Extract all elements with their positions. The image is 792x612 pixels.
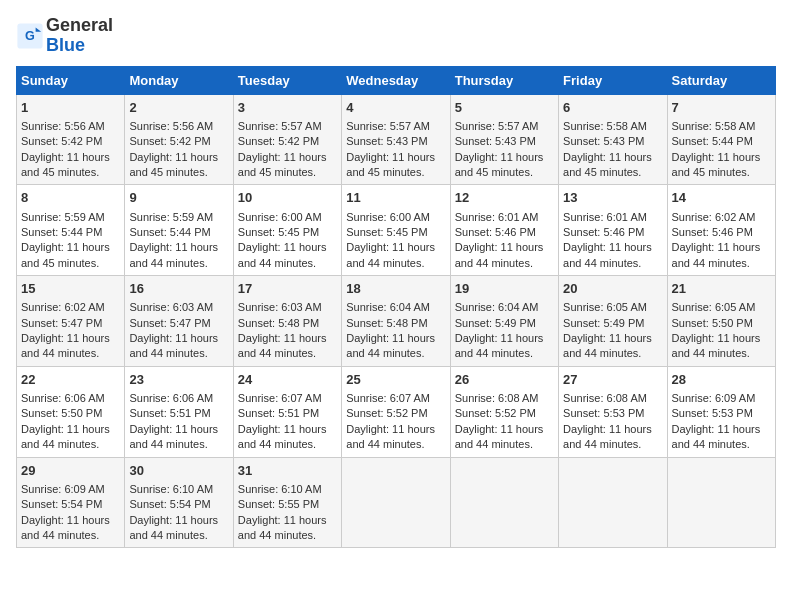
calendar-week-3: 15Sunrise: 6:02 AMSunset: 5:47 PMDayligh… <box>17 276 776 367</box>
daylight-text: Daylight: 11 hours and 45 minutes. <box>346 151 435 178</box>
sunset-text: Sunset: 5:42 PM <box>129 135 210 147</box>
day-number: 31 <box>238 462 337 480</box>
daylight-text: Daylight: 11 hours and 44 minutes. <box>21 332 110 359</box>
day-number: 23 <box>129 371 228 389</box>
daylight-text: Daylight: 11 hours and 44 minutes. <box>129 514 218 541</box>
daylight-text: Daylight: 11 hours and 45 minutes. <box>455 151 544 178</box>
sunrise-text: Sunrise: 5:58 AM <box>672 120 756 132</box>
sunset-text: Sunset: 5:48 PM <box>238 317 319 329</box>
daylight-text: Daylight: 11 hours and 45 minutes. <box>672 151 761 178</box>
calendar-week-1: 1Sunrise: 5:56 AMSunset: 5:42 PMDaylight… <box>17 94 776 185</box>
weekday-header-thursday: Thursday <box>450 66 558 94</box>
sunrise-text: Sunrise: 6:02 AM <box>672 211 756 223</box>
day-number: 20 <box>563 280 662 298</box>
daylight-text: Daylight: 11 hours and 44 minutes. <box>129 241 218 268</box>
calendar-cell: 17Sunrise: 6:03 AMSunset: 5:48 PMDayligh… <box>233 276 341 367</box>
sunset-text: Sunset: 5:51 PM <box>238 407 319 419</box>
sunrise-text: Sunrise: 6:00 AM <box>238 211 322 223</box>
calendar-cell: 16Sunrise: 6:03 AMSunset: 5:47 PMDayligh… <box>125 276 233 367</box>
calendar-cell: 31Sunrise: 6:10 AMSunset: 5:55 PMDayligh… <box>233 457 341 548</box>
daylight-text: Daylight: 11 hours and 44 minutes. <box>238 423 327 450</box>
day-number: 11 <box>346 189 445 207</box>
day-number: 2 <box>129 99 228 117</box>
calendar-cell: 25Sunrise: 6:07 AMSunset: 5:52 PMDayligh… <box>342 366 450 457</box>
sunrise-text: Sunrise: 5:58 AM <box>563 120 647 132</box>
sunrise-text: Sunrise: 6:06 AM <box>129 392 213 404</box>
sunset-text: Sunset: 5:47 PM <box>129 317 210 329</box>
sunrise-text: Sunrise: 5:57 AM <box>238 120 322 132</box>
sunset-text: Sunset: 5:46 PM <box>563 226 644 238</box>
day-number: 24 <box>238 371 337 389</box>
weekday-header-wednesday: Wednesday <box>342 66 450 94</box>
calendar-cell: 4Sunrise: 5:57 AMSunset: 5:43 PMDaylight… <box>342 94 450 185</box>
daylight-text: Daylight: 11 hours and 44 minutes. <box>455 241 544 268</box>
daylight-text: Daylight: 11 hours and 44 minutes. <box>129 332 218 359</box>
calendar-cell: 10Sunrise: 6:00 AMSunset: 5:45 PMDayligh… <box>233 185 341 276</box>
sunrise-text: Sunrise: 6:07 AM <box>346 392 430 404</box>
daylight-text: Daylight: 11 hours and 45 minutes. <box>129 151 218 178</box>
weekday-header-sunday: Sunday <box>17 66 125 94</box>
sunrise-text: Sunrise: 5:57 AM <box>346 120 430 132</box>
calendar-cell <box>667 457 775 548</box>
sunrise-text: Sunrise: 6:06 AM <box>21 392 105 404</box>
calendar-cell: 6Sunrise: 5:58 AMSunset: 5:43 PMDaylight… <box>559 94 667 185</box>
sunset-text: Sunset: 5:45 PM <box>238 226 319 238</box>
daylight-text: Daylight: 11 hours and 44 minutes. <box>455 332 544 359</box>
daylight-text: Daylight: 11 hours and 44 minutes. <box>563 423 652 450</box>
sunrise-text: Sunrise: 6:03 AM <box>129 301 213 313</box>
sunset-text: Sunset: 5:42 PM <box>21 135 102 147</box>
daylight-text: Daylight: 11 hours and 44 minutes. <box>129 423 218 450</box>
sunrise-text: Sunrise: 6:01 AM <box>563 211 647 223</box>
daylight-text: Daylight: 11 hours and 44 minutes. <box>238 514 327 541</box>
day-number: 15 <box>21 280 120 298</box>
day-number: 25 <box>346 371 445 389</box>
svg-text:G: G <box>25 29 35 43</box>
calendar-cell: 18Sunrise: 6:04 AMSunset: 5:48 PMDayligh… <box>342 276 450 367</box>
day-number: 4 <box>346 99 445 117</box>
calendar-cell: 15Sunrise: 6:02 AMSunset: 5:47 PMDayligh… <box>17 276 125 367</box>
weekday-header-saturday: Saturday <box>667 66 775 94</box>
day-number: 6 <box>563 99 662 117</box>
sunset-text: Sunset: 5:55 PM <box>238 498 319 510</box>
day-number: 26 <box>455 371 554 389</box>
logo: G General Blue <box>16 16 113 56</box>
daylight-text: Daylight: 11 hours and 44 minutes. <box>672 241 761 268</box>
calendar-cell: 26Sunrise: 6:08 AMSunset: 5:52 PMDayligh… <box>450 366 558 457</box>
day-number: 28 <box>672 371 771 389</box>
sunrise-text: Sunrise: 6:01 AM <box>455 211 539 223</box>
weekday-header-friday: Friday <box>559 66 667 94</box>
day-number: 9 <box>129 189 228 207</box>
daylight-text: Daylight: 11 hours and 45 minutes. <box>563 151 652 178</box>
sunset-text: Sunset: 5:53 PM <box>563 407 644 419</box>
sunrise-text: Sunrise: 6:09 AM <box>672 392 756 404</box>
sunrise-text: Sunrise: 6:02 AM <box>21 301 105 313</box>
calendar-cell: 24Sunrise: 6:07 AMSunset: 5:51 PMDayligh… <box>233 366 341 457</box>
daylight-text: Daylight: 11 hours and 44 minutes. <box>672 423 761 450</box>
daylight-text: Daylight: 11 hours and 44 minutes. <box>21 514 110 541</box>
calendar-cell: 20Sunrise: 6:05 AMSunset: 5:49 PMDayligh… <box>559 276 667 367</box>
weekday-header-row: SundayMondayTuesdayWednesdayThursdayFrid… <box>17 66 776 94</box>
day-number: 16 <box>129 280 228 298</box>
day-number: 3 <box>238 99 337 117</box>
calendar-cell <box>342 457 450 548</box>
calendar-cell <box>450 457 558 548</box>
day-number: 14 <box>672 189 771 207</box>
calendar-cell: 23Sunrise: 6:06 AMSunset: 5:51 PMDayligh… <box>125 366 233 457</box>
calendar-cell: 21Sunrise: 6:05 AMSunset: 5:50 PMDayligh… <box>667 276 775 367</box>
day-number: 12 <box>455 189 554 207</box>
logo-icon: G <box>16 22 44 50</box>
sunrise-text: Sunrise: 6:00 AM <box>346 211 430 223</box>
calendar-week-4: 22Sunrise: 6:06 AMSunset: 5:50 PMDayligh… <box>17 366 776 457</box>
day-number: 19 <box>455 280 554 298</box>
sunset-text: Sunset: 5:52 PM <box>455 407 536 419</box>
daylight-text: Daylight: 11 hours and 44 minutes. <box>563 241 652 268</box>
sunset-text: Sunset: 5:46 PM <box>455 226 536 238</box>
calendar-cell: 22Sunrise: 6:06 AMSunset: 5:50 PMDayligh… <box>17 366 125 457</box>
sunrise-text: Sunrise: 6:05 AM <box>672 301 756 313</box>
day-number: 18 <box>346 280 445 298</box>
sunset-text: Sunset: 5:44 PM <box>129 226 210 238</box>
sunset-text: Sunset: 5:50 PM <box>21 407 102 419</box>
sunset-text: Sunset: 5:50 PM <box>672 317 753 329</box>
calendar-cell: 14Sunrise: 6:02 AMSunset: 5:46 PMDayligh… <box>667 185 775 276</box>
sunrise-text: Sunrise: 6:08 AM <box>563 392 647 404</box>
